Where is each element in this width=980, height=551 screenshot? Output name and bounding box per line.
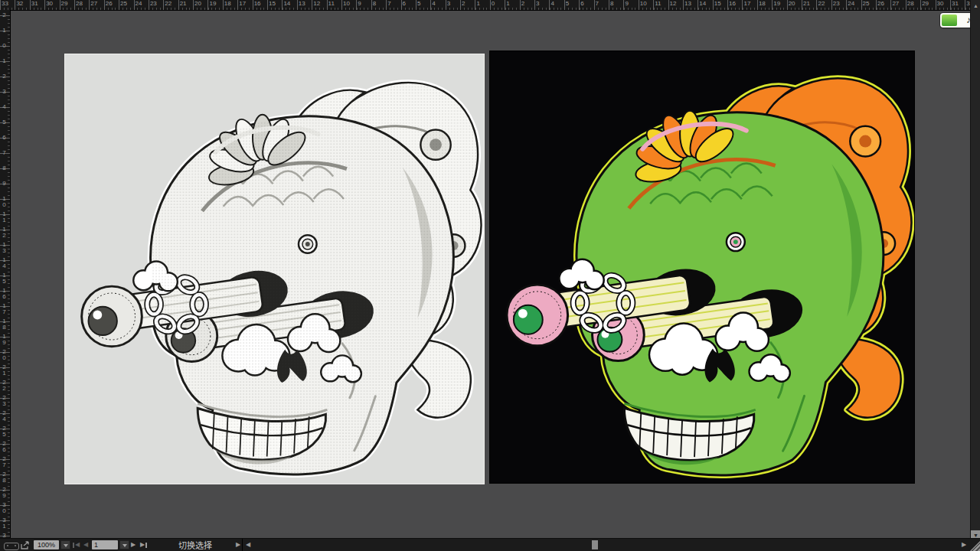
ruler-label: 26 [106,0,113,7]
ruler-label: 3 [1,88,8,94]
ruler-label: 24 [848,0,854,7]
ruler-label: 21 [803,0,810,7]
zoom-dropdown-button[interactable] [60,540,70,549]
horizontal-scrollbar-thumb[interactable] [592,540,598,549]
first-frame-button[interactable]: ◀ [73,541,80,549]
ruler-label: 14 [699,0,706,7]
ruler-label: 25 [863,0,870,7]
scrollbar-vertical[interactable]: ▲ ▼ [970,0,980,540]
artboard-color [489,51,915,484]
ruler-label: 28 [1,471,8,483]
ruler-label: 32 [16,0,23,7]
resize-grip[interactable] [970,541,980,551]
ruler-label: 12 [1,226,8,238]
ruler-label: 2 [462,0,465,7]
ruler-label: 14 [1,256,8,269]
triangle-left-icon: ◀ [75,541,80,549]
ruler-label: 6 [580,0,583,7]
ruler-label: 28 [907,0,914,7]
scroll-right-arrow-icon-2[interactable]: ▶ [962,541,966,548]
zoom-level-field[interactable]: 100% [34,540,59,549]
ruler-label: 5 [566,0,569,7]
ruler-label: 15 [1,272,8,284]
ruler-label: 8 [373,0,376,7]
ruler-label: 23 [833,0,840,7]
ruler-label: 0 [492,0,495,7]
bar-icon [73,543,74,548]
ruler-label: 29 [61,0,68,7]
ruler-label: 7 [596,0,599,7]
ruler-label: 4 [1,103,8,109]
chevron-down-icon [122,544,127,547]
ruler-horizontal: 3332313029282726252423222120191817161514… [0,0,970,11]
ruler-label: 17 [239,0,246,7]
ruler-label: 21 [1,364,8,376]
ruler-label: 31 [952,0,959,7]
ruler-label: 27 [892,0,899,7]
ruler-label: 4 [550,0,554,7]
ruler-label: 25 [1,425,8,437]
ruler-label: 5 [1,119,8,125]
next-frame-button[interactable]: ▶ [131,541,136,549]
status-bar: 100% ◀ ◀ 1 ▶ ▶ 切换选择 ▶ ◀ ▶ [0,538,980,551]
ruler-label: 15 [269,0,276,7]
ruler-label: 22 [818,0,825,7]
application-window: 3332313029282726252423222120191817161514… [0,0,980,551]
artboard-monochrome [64,54,485,484]
ruler-label: 30 [937,0,944,7]
ruler-label: 30 [46,0,53,7]
status-message: 切换选择 [157,540,234,551]
ruler-label: 15 [714,0,721,7]
ruler-label: 30 [1,501,8,514]
ruler-label: 29 [922,0,929,7]
triangle-left-icon: ◀ [83,541,88,549]
ruler-label: 3 [447,0,450,7]
ruler-label: 7 [1,149,8,155]
ruler-label: 18 [759,0,766,7]
ruler-label: 27 [90,0,97,7]
frame-number-field[interactable]: 1 [92,540,118,549]
ruler-label: 11 [655,0,661,7]
ruler-label: 6 [403,0,406,7]
ruler-label: 9 [1,180,8,186]
scroll-left-arrow-icon[interactable]: ◀ [246,541,250,548]
ruler-label: 18 [1,318,8,330]
ruler-label: 7 [387,0,390,7]
ruler-label: 27 [1,455,8,468]
green-swatch[interactable] [942,15,957,26]
ruler-label: 9 [625,0,628,7]
bar-icon [145,543,147,548]
triangle-right-icon: ▶ [140,541,145,549]
ruler-label: 12 [670,0,677,7]
scroll-right-arrow-icon[interactable]: ▶ [236,541,240,548]
ruler-label: 26 [877,0,884,7]
ruler-label: 24 [136,0,142,7]
ruler-label: 31 [31,0,38,7]
scroll-up-arrow-icon[interactable]: ▲ [971,3,980,8]
ruler-label: 14 [283,0,290,7]
ruler-label: 12 [313,0,320,7]
ruler-label: 2 [1,73,8,79]
ruler-label: 0 [1,42,8,48]
last-frame-button[interactable]: ▶ [140,541,147,549]
ruler-label: 17 [744,0,751,7]
skull-artwork [490,51,914,483]
ruler-label: 4 [432,0,435,7]
frame-dropdown-button[interactable] [119,540,129,549]
panel-divider [242,539,243,551]
ruler-label: 23 [150,0,157,7]
previous-frame-button[interactable]: ◀ [83,541,88,549]
ruler-label: 20 [1,348,8,360]
ruler-label: 17 [1,302,8,315]
ruler-label: 19 [209,0,216,7]
ruler-label: 29 [1,486,8,498]
ruler-vertical: 2101234567891011121314151617181920212223… [0,10,11,539]
ruler-label: 20 [194,0,201,7]
ruler-label: 1 [476,0,479,7]
ruler-label: 13 [299,0,305,7]
ruler-label: 10 [1,195,8,207]
ruler-label: 2 [1,11,8,18]
export-icon[interactable] [21,541,30,549]
rounded-rect-icon[interactable] [4,543,19,550]
ruler-label: 11 [1,210,8,223]
